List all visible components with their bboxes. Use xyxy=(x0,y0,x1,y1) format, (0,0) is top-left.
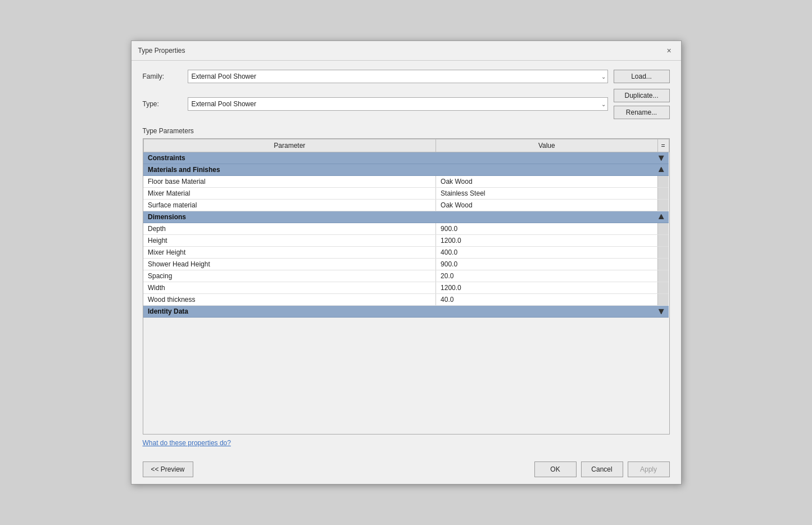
type-side-buttons: Duplicate... Rename... xyxy=(614,89,670,119)
value-cell[interactable]: 900.0 xyxy=(436,223,657,235)
parameter-cell: Wood thickness xyxy=(143,294,436,306)
chevron-up-icon: ⯅ xyxy=(658,166,664,173)
value-cell[interactable]: 20.0 xyxy=(436,270,657,282)
table-row[interactable]: Spacing20.0 xyxy=(143,270,669,282)
type-label: Type: xyxy=(143,100,188,108)
row-scroll-indicator xyxy=(657,188,669,200)
row-scroll-indicator xyxy=(657,235,669,247)
chevron-up-icon: ⯅ xyxy=(658,214,664,220)
value-cell[interactable]: Stainless Steel xyxy=(436,188,657,200)
table-row[interactable]: Floor base MaterialOak Wood xyxy=(143,176,669,188)
value-cell[interactable]: 1200.0 xyxy=(436,235,657,247)
family-side-buttons: Load... xyxy=(614,70,670,83)
parameters-table-wrapper[interactable]: Parameter Value = Constraints⯆Materials … xyxy=(143,138,670,435)
row-scroll-indicator xyxy=(657,176,669,188)
family-select[interactable]: External Pool Shower xyxy=(188,70,608,83)
col-value-header: Value xyxy=(436,139,657,152)
parameter-cell: Mixer Height xyxy=(143,247,436,259)
help-link[interactable]: What do these properties do? xyxy=(143,439,670,447)
family-row: Family: External Pool Shower ⌄ Load... xyxy=(143,70,670,83)
close-button[interactable]: × xyxy=(664,46,674,56)
section-name: Identity Data xyxy=(148,307,188,315)
type-parameters-label: Type Parameters xyxy=(143,127,670,135)
chevron-down-icon: ⯆ xyxy=(658,308,664,315)
dialog-footer: << Preview OK Cancel Apply xyxy=(131,456,681,484)
row-scroll-indicator xyxy=(657,259,669,270)
type-select[interactable]: External Pool Shower xyxy=(188,97,608,111)
parameter-cell: Depth xyxy=(143,223,436,235)
parameter-cell: Mixer Material xyxy=(143,188,436,200)
value-cell[interactable]: 400.0 xyxy=(436,247,657,259)
footer-left: << Preview xyxy=(143,461,193,477)
table-row[interactable]: Surface materialOak Wood xyxy=(143,200,669,211)
table-row[interactable]: Wood thickness40.0 xyxy=(143,294,669,306)
footer-right: OK Cancel Apply xyxy=(534,461,670,477)
section-name: Dimensions xyxy=(148,213,186,221)
dialog-content: Family: External Pool Shower ⌄ Load... T… xyxy=(131,61,681,456)
section-row[interactable]: Materials and Finishes⯅ xyxy=(143,164,669,176)
row-scroll-indicator xyxy=(657,247,669,259)
value-cell[interactable]: Oak Wood xyxy=(436,176,657,188)
section-row[interactable]: Constraints⯆ xyxy=(143,152,669,164)
col-parameter-header: Parameter xyxy=(143,139,436,152)
dialog-title: Type Properties xyxy=(138,47,185,55)
parameter-cell: Shower Head Height xyxy=(143,259,436,270)
value-cell[interactable]: 40.0 xyxy=(436,294,657,306)
family-label: Family: xyxy=(143,73,188,80)
parameter-cell: Floor base Material xyxy=(143,176,436,188)
value-cell[interactable]: 1200.0 xyxy=(436,282,657,294)
section-name: Constraints xyxy=(148,154,185,162)
row-scroll-indicator xyxy=(657,270,669,282)
parameter-cell: Surface material xyxy=(143,200,436,211)
rename-button[interactable]: Rename... xyxy=(614,106,670,119)
apply-button[interactable]: Apply xyxy=(628,461,670,477)
duplicate-button[interactable]: Duplicate... xyxy=(614,89,670,102)
row-scroll-indicator xyxy=(657,282,669,294)
table-row[interactable]: Depth900.0 xyxy=(143,223,669,235)
value-cell[interactable]: Oak Wood xyxy=(436,200,657,211)
type-row: Type: External Pool Shower ⌄ Duplicate..… xyxy=(143,89,670,119)
table-row[interactable]: Mixer MaterialStainless Steel xyxy=(143,188,669,200)
section-row[interactable]: Dimensions⯅ xyxy=(143,211,669,223)
ok-button[interactable]: OK xyxy=(534,461,577,477)
table-row[interactable]: Mixer Height400.0 xyxy=(143,247,669,259)
row-scroll-indicator xyxy=(657,200,669,211)
table-row[interactable]: Height1200.0 xyxy=(143,235,669,247)
family-select-wrapper: External Pool Shower ⌄ xyxy=(188,70,608,83)
row-scroll-indicator xyxy=(657,223,669,235)
parameter-cell: Spacing xyxy=(143,270,436,282)
chevron-down-icon: ⯆ xyxy=(658,155,664,161)
table-row[interactable]: Shower Head Height900.0 xyxy=(143,259,669,270)
section-name: Materials and Finishes xyxy=(148,166,220,174)
section-row[interactable]: Identity Data⯆ xyxy=(143,306,669,318)
parameter-cell: Height xyxy=(143,235,436,247)
title-bar: Type Properties × xyxy=(131,41,681,61)
preview-button[interactable]: << Preview xyxy=(143,461,193,477)
load-button[interactable]: Load... xyxy=(614,70,670,83)
parameter-cell: Width xyxy=(143,282,436,294)
parameters-table: Parameter Value = Constraints⯆Materials … xyxy=(143,139,669,318)
type-select-wrapper: External Pool Shower ⌄ xyxy=(188,97,608,111)
value-cell[interactable]: 900.0 xyxy=(436,259,657,270)
col-eq-header: = xyxy=(657,139,669,152)
table-header-row: Parameter Value = xyxy=(143,139,669,152)
row-scroll-indicator xyxy=(657,294,669,306)
cancel-button[interactable]: Cancel xyxy=(581,461,623,477)
type-properties-dialog: Type Properties × Family: External Pool … xyxy=(131,40,682,485)
table-row[interactable]: Width1200.0 xyxy=(143,282,669,294)
